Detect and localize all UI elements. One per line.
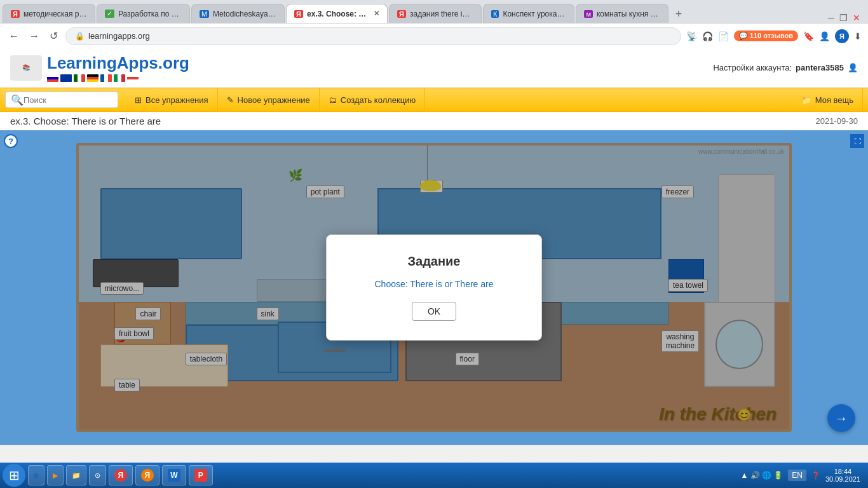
tab-1[interactable]: Я методическая ра...: [3, 4, 95, 23]
taskbar-date: 30.09.2021: [825, 475, 860, 483]
flag-eu: [60, 74, 72, 82]
la-nav: 🔍 ⊞ Все упражнения ✎ Новое упражнение 🗂 …: [0, 88, 868, 112]
flag-ru: [47, 74, 58, 82]
pencil-icon: ✎: [227, 95, 234, 105]
tab-3[interactable]: М Metodicheskaya-r...: [191, 4, 285, 23]
cast-icon: 📡: [686, 31, 697, 41]
flag-fr: [100, 74, 112, 82]
account-icon[interactable]: 👤: [848, 63, 858, 72]
refresh-button[interactable]: ↺: [47, 27, 60, 44]
nav-my-thing-label: Моя вещь: [815, 95, 853, 105]
search-input[interactable]: [24, 95, 112, 105]
nav-new-exercise[interactable]: ✎ Новое упражнение: [218, 88, 320, 112]
tab-4-active[interactable]: Я ex.3. Choose: T... ✕: [286, 4, 388, 23]
lock-icon: 🔒: [75, 32, 85, 41]
main-content: 📚 LearningApps.org Настройки аккаунта: p…: [0, 48, 868, 445]
reader-icon: 📄: [718, 31, 729, 41]
tab-6[interactable]: К Конспект урока. Н...: [483, 4, 574, 23]
close-button[interactable]: ✕: [853, 13, 860, 23]
account-label: Настройки аккаунта:: [713, 63, 792, 72]
language-indicator[interactable]: EN: [788, 470, 806, 481]
url-text: learningapps.org: [88, 31, 150, 41]
address-bar-right: 📡 🎧 📄 💬 110 отзывов 🔖 👤 Я ⬇: [686, 29, 862, 43]
nav-create-collection[interactable]: 🗂 Создать коллекцию: [320, 88, 425, 112]
yandex-badge: Я: [835, 29, 849, 43]
taskbar-word[interactable]: W: [162, 465, 186, 485]
la-header: 📚 LearningApps.org Настройки аккаунта: p…: [0, 48, 868, 88]
search-box[interactable]: 🔍: [5, 92, 118, 108]
la-logo-link[interactable]: LearningApps.org: [47, 53, 189, 73]
nav-new-exercise-label: Новое упражнение: [238, 95, 310, 105]
logo-image: 📚: [10, 55, 42, 81]
dialog-ok-button[interactable]: OK: [412, 302, 456, 321]
fullscreen-icon[interactable]: ⛶: [850, 134, 864, 148]
folder-icon: 📁: [801, 95, 811, 105]
flag-it: [114, 74, 125, 82]
dialog-overlay: Задание Choose: There is or There are OK: [79, 146, 789, 430]
taskbar-media-player[interactable]: ▶: [47, 465, 64, 485]
minimize-button[interactable]: ─: [828, 13, 834, 23]
nav-all-exercises[interactable]: ⊞ Все упражнения: [126, 88, 218, 112]
tab-7-label: комнаты кухня в...: [597, 10, 660, 18]
account-info: Настройки аккаунта: pantera3585 👤: [713, 63, 858, 72]
page-title: ex.3. Choose: There is or There are: [10, 116, 161, 126]
search-icon: 🔍: [11, 94, 24, 106]
ie-icon: e: [34, 470, 39, 480]
taskbar-yabrowser[interactable]: Я: [135, 465, 159, 485]
logo-area: 📚 LearningApps.org: [10, 53, 189, 82]
nav-my-thing[interactable]: 📁 Моя вещь: [792, 88, 863, 112]
taskbar-yandex[interactable]: Я: [109, 465, 133, 485]
yandex-icon: Я: [114, 469, 127, 482]
ppt-icon: P: [194, 469, 207, 482]
bookmark-icon[interactable]: 🔖: [803, 31, 814, 41]
tab-2[interactable]: ✓ Разработка по а...: [97, 4, 190, 23]
tab-6-label: Конспект урока. Н...: [503, 10, 566, 18]
tab-3-label: Metodicheskaya-r...: [213, 10, 276, 18]
tab-1-label: методическая ра...: [24, 10, 87, 18]
nav-all-exercises-label: Все упражнения: [146, 95, 208, 105]
page-title-bar: ex.3. Choose: There is or There are 2021…: [0, 112, 868, 130]
antivirus-icon: ⊙: [95, 471, 100, 480]
url-box[interactable]: 🔒 learningapps.org: [65, 27, 681, 45]
taskbar-explorer[interactable]: 📁: [66, 465, 86, 485]
reviews-badge[interactable]: 💬 110 отзывов: [734, 30, 798, 41]
tab-4-close[interactable]: ✕: [374, 10, 379, 18]
username: pantera3585: [796, 63, 844, 72]
download-icon[interactable]: ⬇: [854, 31, 862, 41]
taskbar-antivirus[interactable]: ⊙: [89, 465, 106, 485]
help-balloon-icon: ❓: [811, 471, 820, 480]
taskbar: ⊞ e ▶ 📁 ⊙ Я Я W P ▲ 🔊 🌐 🔋 EN ❓ 18:44 30.…: [0, 463, 868, 488]
tab-bar: Я методическая ра... ✓ Разработка по а..…: [0, 0, 868, 23]
collection-icon: 🗂: [329, 95, 337, 105]
help-icon[interactable]: ?: [4, 134, 18, 148]
nav-create-collection-label: Создать коллекцию: [341, 95, 416, 105]
start-button[interactable]: ⊞: [3, 464, 25, 487]
yabrowser-icon: Я: [141, 469, 154, 482]
new-tab-button[interactable]: +: [670, 5, 688, 23]
dialog-subtitle: Choose: There is or There are: [352, 279, 516, 289]
tab-5-label: задания there is т...: [410, 10, 473, 18]
exercise-area: ? ? ? ? ? ? ⛶: [0, 130, 868, 445]
restore-button[interactable]: ❐: [839, 13, 848, 23]
browser-chrome: Я методическая ра... ✓ Разработка по а..…: [0, 0, 868, 48]
grid-icon: ⊞: [135, 95, 142, 105]
flag-de: [87, 74, 98, 82]
back-button[interactable]: ←: [6, 28, 22, 44]
taskbar-powerpoint[interactable]: P: [189, 465, 213, 485]
kitchen-scene: 🌿 🫖 🍎: [79, 146, 789, 430]
explorer-icon: 📁: [72, 471, 81, 480]
tab-4-label: ex.3. Choose: T...: [307, 10, 367, 18]
system-tray-icons: ▲ 🔊 🌐 🔋: [740, 471, 783, 480]
tab-7[interactable]: м комнаты кухня в...: [576, 4, 668, 23]
next-button[interactable]: →: [827, 404, 855, 432]
kitchen-container: 🌿 🫖 🍎: [76, 143, 792, 432]
forward-button[interactable]: →: [27, 28, 42, 44]
flag-en: [74, 74, 85, 82]
flag-at: [127, 74, 139, 82]
profile-icon[interactable]: 👤: [819, 31, 830, 41]
dialog-box: Задание Choose: There is or There are OK: [326, 234, 542, 341]
taskbar-ie[interactable]: e: [28, 465, 44, 485]
taskbar-clock: 18:44 30.09.2021: [825, 468, 860, 483]
tab-5[interactable]: Я задания there is т...: [389, 4, 482, 23]
taskbar-time: 18:44: [825, 468, 860, 475]
